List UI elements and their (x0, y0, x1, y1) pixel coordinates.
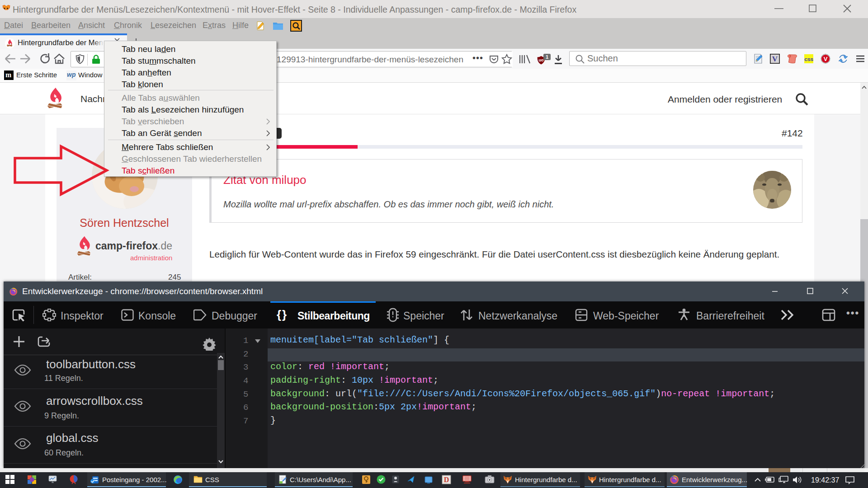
svg-text:uo: uo (539, 58, 544, 62)
svg-text:V: V (824, 56, 828, 62)
svg-text:1: 1 (546, 54, 548, 60)
svg-text:D: D (444, 476, 449, 483)
svg-text:V: V (772, 55, 778, 63)
svg-text:CSS: CSS (804, 57, 813, 62)
